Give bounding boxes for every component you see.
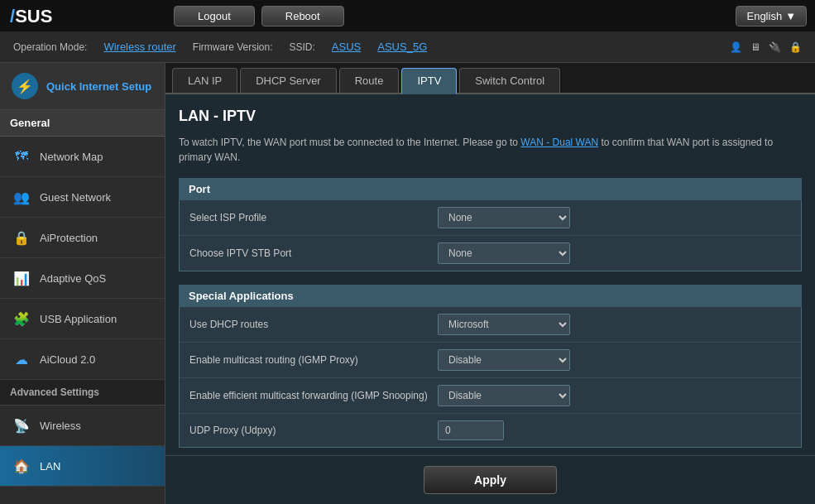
igmp-snooping-control: Disable Enable — [438, 385, 791, 406]
page-title: LAN - IPTV — [179, 108, 802, 125]
svg-text:/SUS: /SUS — [10, 6, 52, 26]
sidebar-item-label: Wireless — [40, 420, 81, 432]
tab-bar: LAN IP DHCP Server Route IPTV Switch Con… — [165, 63, 815, 94]
igmp-proxy-select[interactable]: Disable Enable — [438, 349, 570, 371]
top-bar: /SUS Logout Reboot English ▼ — [0, 0, 815, 31]
sidebar-item-label: USB Application — [40, 313, 117, 325]
operation-mode-label: Operation Mode: — [13, 41, 87, 53]
language-selector[interactable]: English ▼ — [736, 6, 807, 26]
lock-icon: 🔒 — [789, 41, 802, 53]
wireless-icon: 📡 — [12, 415, 31, 435]
igmp-proxy-row: Enable multicast routing (IGMP Proxy) Di… — [180, 343, 801, 378]
sidebar-item-label: AiCloud 2.0 — [40, 353, 95, 366]
tab-switch-control[interactable]: Switch Control — [459, 68, 560, 93]
quick-internet-setup[interactable]: ⚡ Quick Internet Setup — [0, 63, 165, 110]
sidebar: ⚡ Quick Internet Setup General 🗺 Network… — [0, 63, 165, 504]
dhcp-routes-label: Use DHCP routes — [189, 319, 438, 330]
sidebar-item-lan[interactable]: 🏠 LAN — [0, 446, 165, 487]
description-text: To watch IPTV, the WAN port must be conn… — [179, 137, 518, 148]
tab-dhcp-server[interactable]: DHCP Server — [240, 68, 337, 93]
iptv-stb-port-label: Choose IPTV STB Port — [189, 247, 438, 259]
sidebar-item-wireless[interactable]: 📡 Wireless — [0, 406, 165, 446]
operation-mode-value[interactable]: Wireless router — [103, 41, 175, 53]
quick-setup-icon: ⚡ — [12, 73, 38, 99]
ssid-value2[interactable]: ASUS_5G — [377, 41, 427, 53]
sidebar-item-aicloud[interactable]: ☁ AiCloud 2.0 — [0, 339, 165, 380]
chevron-down-icon: ▼ — [785, 10, 796, 22]
info-bar: Operation Mode: Wireless router Firmware… — [0, 31, 815, 63]
udpxy-row: UDP Proxy (Udpxy) — [180, 414, 801, 447]
dhcp-routes-row: Use DHCP routes Microsoft Cisco Both — [180, 307, 801, 343]
udpxy-label: UDP Proxy (Udpxy) — [189, 425, 438, 436]
sidebar-item-aiprotection[interactable]: 🔒 AiProtection — [0, 218, 165, 258]
sidebar-item-label: LAN — [40, 460, 60, 473]
top-nav: Logout Reboot — [174, 6, 344, 26]
sidebar-item-guest-network[interactable]: 👥 Guest Network — [0, 177, 165, 218]
igmp-proxy-control: Disable Enable — [438, 349, 791, 371]
sidebar-item-label: Adaptive QoS — [40, 272, 106, 285]
logout-button[interactable]: Logout — [174, 6, 255, 26]
port-section-header: Port — [179, 178, 802, 200]
udpxy-input[interactable] — [438, 420, 504, 440]
info-icons: 👤 🖥 🔌 🔒 — [730, 41, 802, 53]
content-area: LAN IP DHCP Server Route IPTV Switch Con… — [165, 63, 815, 504]
isp-profile-select[interactable]: None Israel HOT Israel Bezeq Russia Rost… — [438, 207, 570, 228]
ssid-value1[interactable]: ASUS — [332, 41, 361, 53]
iptv-stb-port-row: Choose IPTV STB Port None LAN 1 LAN 2 LA… — [180, 236, 801, 271]
igmp-snooping-select[interactable]: Disable Enable — [438, 385, 570, 406]
port-section-body: Select ISP Profile None Israel HOT Israe… — [179, 200, 802, 271]
quick-setup-label: Quick Internet Setup — [46, 80, 151, 93]
sidebar-item-label: Network Map — [40, 151, 103, 163]
isp-profile-label: Select ISP Profile — [189, 212, 438, 223]
sidebar-item-usb-application[interactable]: 🧩 USB Application — [0, 299, 165, 339]
sidebar-item-label: AiProtection — [40, 232, 98, 244]
page-description: To watch IPTV, the WAN port must be conn… — [179, 135, 802, 165]
lan-icon: 🏠 — [12, 456, 31, 476]
udpxy-control — [438, 420, 791, 440]
sidebar-item-adaptive-qos[interactable]: 📊 Adaptive QoS — [0, 258, 165, 299]
igmp-proxy-label: Enable multicast routing (IGMP Proxy) — [189, 354, 438, 366]
tab-iptv[interactable]: IPTV — [401, 68, 457, 94]
ssid-label: SSID: — [290, 41, 315, 53]
apply-button[interactable]: Apply — [424, 466, 557, 494]
dhcp-routes-select[interactable]: Microsoft Cisco Both — [438, 314, 570, 335]
display-icon: 🖥 — [750, 41, 760, 53]
adaptive-qos-icon: 📊 — [12, 268, 31, 288]
iptv-stb-port-select[interactable]: None LAN 1 LAN 2 LAN 3 LAN 4 — [438, 242, 570, 264]
network-map-icon: 🗺 — [12, 146, 31, 166]
iptv-stb-port-control: None LAN 1 LAN 2 LAN 3 LAN 4 — [438, 242, 791, 264]
sidebar-item-network-map[interactable]: 🗺 Network Map — [0, 137, 165, 177]
general-header: General — [0, 110, 165, 137]
usb-application-icon: 🧩 — [12, 309, 31, 329]
aiprotection-icon: 🔒 — [12, 228, 31, 247]
isp-profile-control: None Israel HOT Israel Bezeq Russia Rost… — [438, 207, 791, 228]
igmp-snooping-label: Enable efficient multicast forwarding (I… — [189, 390, 438, 401]
asus-logo: /SUS — [8, 3, 74, 28]
special-section-header: Special Applications — [179, 285, 802, 307]
user-icon: 👤 — [730, 41, 742, 53]
usb-icon: 🔌 — [769, 41, 781, 53]
tab-route[interactable]: Route — [339, 68, 400, 93]
wan-dual-wan-link[interactable]: WAN - Dual WAN — [520, 137, 598, 148]
firmware-label: Firmware Version: — [193, 41, 273, 53]
page-content: LAN - IPTV To watch IPTV, the WAN port m… — [165, 94, 815, 455]
apply-section: Apply — [165, 455, 815, 504]
main-layout: ⚡ Quick Internet Setup General 🗺 Network… — [0, 63, 815, 504]
reboot-button[interactable]: Reboot — [261, 6, 344, 26]
sidebar-item-label: Guest Network — [40, 191, 111, 204]
igmp-snooping-row: Enable efficient multicast forwarding (I… — [180, 378, 801, 414]
dhcp-routes-control: Microsoft Cisco Both — [438, 314, 791, 335]
guest-network-icon: 👥 — [12, 187, 31, 207]
special-section-body: Use DHCP routes Microsoft Cisco Both Ena… — [179, 307, 802, 448]
advanced-settings-header: Advanced Settings — [0, 380, 165, 406]
tab-lan-ip[interactable]: LAN IP — [172, 68, 237, 93]
isp-profile-row: Select ISP Profile None Israel HOT Israe… — [180, 200, 801, 236]
aicloud-icon: ☁ — [12, 349, 31, 369]
